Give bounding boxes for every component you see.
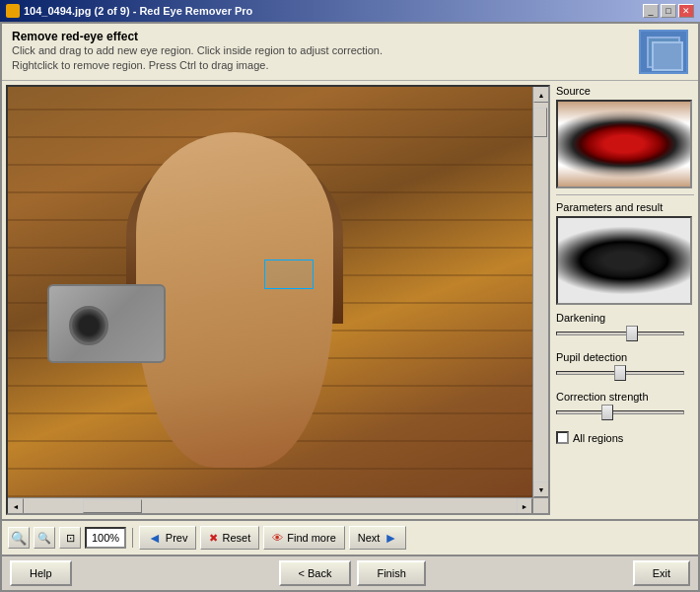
reset-button[interactable]: ✖ Reset [200, 526, 259, 550]
header-line1: Click and drag to add new eye region. Cl… [12, 43, 383, 58]
separator-1 [132, 528, 133, 548]
zoom-in-icon: 🔍 [11, 531, 27, 546]
darkening-label: Darkening [556, 312, 694, 324]
prev-button[interactable]: ◄ Prev [139, 526, 196, 550]
result-section: Parameters and result [556, 201, 694, 305]
app-icon [6, 4, 20, 18]
camera-lens [69, 306, 108, 345]
window-controls: _ □ ✕ [643, 4, 694, 18]
right-panel: Source Parameters and result Darkening [552, 81, 698, 519]
vertical-scrollbar[interactable]: ▲ ▼ [532, 87, 548, 497]
vertical-scroll-track[interactable] [533, 103, 548, 481]
correction-row: Correction strength [556, 391, 694, 420]
pupil-track[interactable] [556, 371, 684, 375]
photo-canvas[interactable] [8, 87, 532, 497]
next-button[interactable]: Next ► [349, 526, 406, 550]
darkening-thumb[interactable] [626, 326, 638, 341]
zoom-value: 100% [92, 532, 119, 544]
correction-track[interactable] [556, 410, 684, 414]
darkening-slider-container[interactable] [556, 326, 684, 341]
maximize-button[interactable]: □ [661, 4, 676, 18]
fit-button[interactable]: ⊡ [59, 527, 81, 549]
toolbar: 🔍 🔍 ⊡ 100% ◄ Prev ✖ Reset 👁 Find more Ne… [2, 519, 698, 555]
vertical-scroll-thumb[interactable] [533, 108, 547, 137]
main-window: Remove red-eye effect Click and drag to … [0, 22, 700, 592]
next-label: Next [358, 532, 381, 544]
result-label: Parameters and result [556, 201, 694, 213]
next-icon: ► [384, 530, 397, 546]
pupil-slider-container[interactable] [556, 365, 684, 381]
person-face [136, 132, 333, 468]
panel-divider-1 [556, 194, 694, 195]
header-title: Remove red-eye effect [12, 30, 383, 43]
horizontal-scroll-thumb[interactable] [83, 499, 142, 513]
header-line2: Rightclick to remove region. Press Ctrl … [12, 58, 383, 73]
result-eye-image [558, 218, 690, 303]
zoom-display: 100% [85, 527, 126, 549]
prev-label: Prev [166, 532, 188, 544]
pupil-row: Pupil detection [556, 351, 694, 381]
title-bar: 104_0494.jpg (2 of 9) - Red Eye Remover … [0, 0, 700, 22]
find-more-label: Find more [287, 532, 336, 544]
back-button[interactable]: < Back [279, 560, 352, 586]
bottom-bar: Help < Back Finish Exit [2, 555, 698, 590]
scroll-down-button[interactable]: ▼ [533, 481, 549, 497]
scroll-right-button[interactable]: ► [517, 498, 532, 514]
horizontal-scrollbar[interactable]: ◄ ► [8, 497, 532, 513]
correction-slider-container[interactable] [556, 405, 684, 420]
pupil-label: Pupil detection [556, 351, 694, 363]
result-preview-box [556, 216, 692, 305]
header-text: Remove red-eye effect Click and drag to … [12, 30, 383, 74]
eye-region-marker[interactable] [264, 259, 314, 289]
darkening-row: Darkening [556, 312, 694, 341]
window-title: 104_0494.jpg (2 of 9) - Red Eye Remover … [24, 5, 252, 17]
finish-button[interactable]: Finish [357, 560, 425, 586]
scroll-corner [532, 497, 548, 513]
app-logo [639, 30, 688, 74]
content-area: ▲ ▼ ◄ ► Source [2, 81, 698, 519]
camera-object [47, 284, 166, 363]
reset-icon: ✖ [209, 532, 218, 545]
horizontal-scroll-track[interactable] [24, 498, 517, 513]
fit-icon: ⊡ [66, 532, 75, 545]
zoom-in-button[interactable]: 🔍 [8, 527, 30, 549]
pupil-thumb[interactable] [614, 365, 626, 381]
reset-label: Reset [222, 532, 250, 544]
scroll-left-button[interactable]: ◄ [8, 498, 24, 514]
scroll-up-button[interactable]: ▲ [533, 87, 549, 103]
prev-icon: ◄ [148, 530, 162, 546]
close-button[interactable]: ✕ [678, 4, 694, 18]
source-preview-box [556, 100, 692, 188]
darkening-track[interactable] [556, 332, 684, 335]
logo-inner [647, 37, 680, 68]
help-button[interactable]: Help [10, 560, 72, 586]
all-regions-row[interactable]: All regions [556, 431, 694, 444]
bottom-center-buttons: < Back Finish [279, 560, 426, 586]
correction-thumb[interactable] [601, 405, 613, 420]
zoom-out-icon: 🔍 [37, 532, 51, 545]
header-section: Remove red-eye effect Click and drag to … [2, 24, 698, 81]
correction-label: Correction strength [556, 391, 694, 403]
find-more-icon: 👁 [272, 532, 283, 544]
image-viewport[interactable]: ▲ ▼ ◄ ► [6, 85, 550, 515]
source-eye-image [558, 102, 690, 186]
all-regions-label: All regions [573, 432, 623, 444]
zoom-out-button[interactable]: 🔍 [34, 527, 55, 549]
find-more-button[interactable]: 👁 Find more [263, 526, 345, 550]
exit-button[interactable]: Exit [633, 560, 690, 586]
source-section: Source [556, 85, 694, 188]
source-label: Source [556, 85, 694, 97]
all-regions-checkbox[interactable] [556, 431, 569, 444]
minimize-button[interactable]: _ [643, 4, 659, 18]
